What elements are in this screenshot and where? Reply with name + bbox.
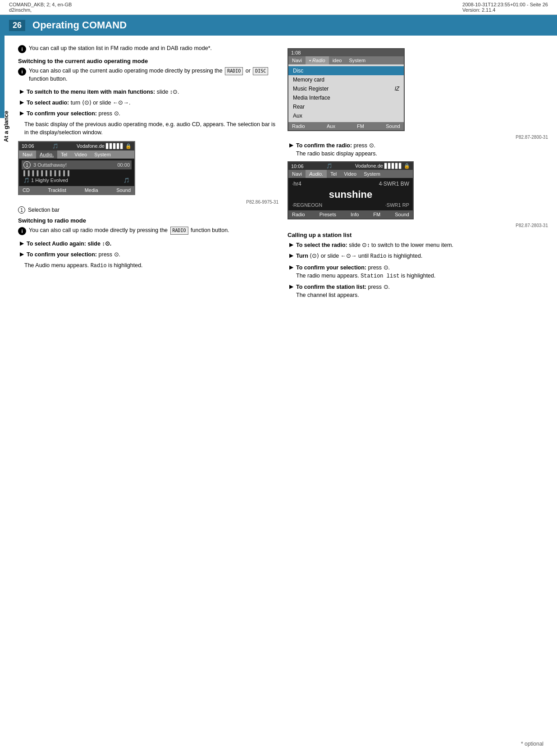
sidebar-label: At a glance — [3, 110, 10, 141]
screen1-icon: 🎵 — [52, 143, 59, 149]
page-title: Operating COMAND — [32, 19, 127, 31]
meta-bar: COMAND_AKB; 2; 4, en-GBd2inschm, 2008-10… — [0, 0, 557, 15]
screen2-btn-sound: Sound — [386, 123, 400, 129]
screen1-track-name: 3 Outtathaway! — [33, 162, 114, 168]
bullet-item-4: ▶ To select Audio again: slide ↕⊙. — [18, 240, 278, 248]
screen2-row-aux: Aux — [288, 111, 404, 120]
screen2-mediaiface: Media Interface — [293, 95, 330, 101]
left-column: i You can call up the station list in FM… — [18, 45, 278, 302]
para-text-2: The Audio menu appears. Radio is highlig… — [18, 261, 278, 270]
screen1-btn-tracklist: Tracklist — [48, 187, 66, 193]
page-number: 26 — [9, 20, 25, 31]
bullet-item-1: ▶ To switch to the menu item with main f… — [18, 88, 278, 96]
meta-right: 2008-10-31T12:23:55+01:00 - Seite 26Vers… — [462, 2, 548, 13]
radio-button-label: RADIO — [225, 67, 243, 75]
screen1-nav-audio: Audio. — [36, 150, 57, 159]
section3-heading: Calling up a station list — [288, 232, 548, 238]
bullet-text-7: To select the radio: slide ⊙↕ to switch … — [296, 241, 453, 249]
screen2-btn-fm: FM — [357, 123, 364, 129]
screen3-bottom: Radio Presets Info FM Sound — [288, 210, 413, 219]
screen3-btn-info: Info — [351, 212, 359, 217]
screen1-track-time: 00:00 — [117, 162, 130, 168]
screen3-station-top-left: ·hr4 — [292, 181, 301, 187]
screen1-progress-bar: ▌▌▌▌▌▌▌▌▌▌▌ — [23, 170, 72, 176]
bullet-arrow-3: ▶ — [20, 110, 24, 116]
screen2-musicreg: Music Register — [293, 86, 329, 92]
bullet-arrow-6: ▶ — [289, 142, 293, 148]
screen3-top: 10:06 🎵 Vodafone.de ▋▋▋▋▋ 🔒 — [288, 162, 413, 170]
screen1-sub-icon: 🎵 — [123, 178, 130, 183]
screen3-sub-row: ·REGNEOGN ·SWR1 RP — [292, 202, 409, 208]
bullet-item-3: ▶ To confirm your selection: press ⊙. — [18, 109, 278, 118]
screen1-circle: 1 — [23, 161, 31, 169]
bullet-arrow-4: ▶ — [20, 240, 24, 246]
screen1-btn-media: Media — [85, 187, 98, 193]
bullet-item-2: ▶ To select audio: turn ⟨⊙⟩ or slide ←⊙→… — [18, 99, 278, 107]
screen3-nav-system: System — [360, 170, 384, 178]
screen3-btn-sound: Sound — [395, 212, 409, 217]
info-icon-1: i — [18, 45, 26, 53]
bullet-text-5: To confirm your selection: press ⊙. — [27, 250, 120, 259]
section1-heading: Switching to the current audio operating… — [18, 58, 278, 64]
screen1: 10:06 🎵 Vodafone.de ▋▋▋▋▋ 🔒 Navi Audio. … — [18, 141, 135, 195]
screen1-row-sub: 🎵 1 Highly Evolved 🎵 — [22, 177, 132, 184]
bullet-item-10: ▶ To confirm the station list: press ⊙. … — [288, 283, 548, 299]
bullet-item-9: ▶ To confirm your selection: press ⊙. Th… — [288, 264, 548, 281]
main-content: i You can call up the station list in FM… — [0, 40, 557, 307]
sidebar-label-container: At a glance — [0, 68, 13, 185]
screen1-btn-sound: Sound — [116, 187, 131, 193]
info-box-3: i You can also call up radio mode direct… — [18, 227, 278, 235]
screen1-sub-text: 🎵 1 Highly Evolved — [23, 178, 68, 183]
bullet-item-6: ▶ To confirm the radio: press ⊙. The rad… — [288, 141, 548, 158]
page-footer: * optional — [521, 741, 543, 747]
screen1-btn-cd: CD — [23, 187, 30, 193]
screen2-top: 1:08 — [288, 49, 404, 56]
screen1-label-num: 1 — [18, 206, 25, 214]
screen2-row-musicreg: Music Register lZ — [288, 84, 404, 93]
screen3-nav-tel: Tel — [327, 170, 340, 178]
screen2-caption: P82.87-2800-31 — [288, 135, 548, 140]
bullet-item-5: ▶ To confirm your selection: press ⊙. — [18, 250, 278, 259]
screen2-time: 1:08 — [291, 50, 301, 55]
screen2-bottom: Radio Aux FM Sound — [288, 122, 404, 130]
screen3-signal: Vodafone.de ▋▋▋▋▋ 🔒 — [355, 163, 410, 169]
section2-heading: Switching to radio mode — [18, 217, 278, 224]
screen2-memcard: Memory card — [293, 77, 324, 83]
page-header: 26 Operating COMAND — [0, 15, 557, 36]
bullet-arrow-9: ▶ — [289, 264, 293, 270]
para-text-1: The basic display of the previous audio … — [18, 120, 278, 137]
screen3-nav-video: Video — [340, 170, 360, 178]
screen2-row-mediaiface: Media Interface — [288, 93, 404, 102]
screen3-btn-presets: Presets — [320, 212, 336, 217]
screen1-time: 10:06 — [22, 143, 34, 149]
bullet9-mono: Station list — [361, 273, 399, 279]
screen2-row-memcard: Memory card — [288, 75, 404, 84]
screen3-body: ·hr4 4·SWR1 BW sunshine ·REGNEOGN ·SWR1 … — [288, 178, 413, 210]
screen1-body: 1 3 Outtathaway! 00:00 ▌▌▌▌▌▌▌▌▌▌▌ 🎵 1 H… — [19, 159, 134, 186]
screen2-row-disc: Disc — [288, 66, 404, 75]
bullet-item-7: ▶ To select the radio: slide ⊙↕ to switc… — [288, 241, 548, 249]
info-text-1: You can call up the station list in FM r… — [29, 45, 212, 53]
screen2-btn-radio: Radio — [292, 123, 305, 129]
screen2-nav-system: System — [345, 56, 369, 64]
right-column: 1:08 Navi • Radio ideo System Disc Memor… — [288, 45, 548, 302]
screen3-btn-fm: FM — [373, 212, 380, 217]
footer-optional: * optional — [521, 741, 543, 747]
screen1-row-track: 1 3 Outtathaway! 00:00 — [22, 160, 132, 169]
screen3-btn-radio: Radio — [292, 212, 305, 217]
screen3-nav-audio: Audio. — [306, 170, 327, 178]
bullet-arrow-10: ▶ — [289, 283, 293, 290]
bullet-text-9: To confirm your selection: press ⊙. The … — [296, 264, 435, 281]
info-box-2: i You can also call up the current audio… — [18, 67, 278, 83]
screen3-station-top-right: 4·SWR1 BW — [379, 181, 409, 187]
screen3-sub-left: ·REGNEOGN — [292, 202, 322, 208]
bullet-text-2: To select audio: turn ⟨⊙⟩ or slide ←⊙→. — [27, 99, 130, 107]
bullet-arrow-2: ▶ — [20, 99, 24, 105]
screen2-nav-radio: • Radio — [306, 56, 329, 64]
screen3-station-main: sunshine — [292, 189, 409, 200]
info-box-1: i You can call up the station list in FM… — [18, 45, 278, 53]
bullet-arrow-8: ▶ — [289, 252, 293, 259]
meta-left: COMAND_AKB; 2; 4, en-GBd2inschm, — [9, 2, 72, 13]
screen1-bottom: CD Tracklist Media Sound — [19, 186, 134, 194]
info-icon-2: i — [18, 68, 26, 76]
